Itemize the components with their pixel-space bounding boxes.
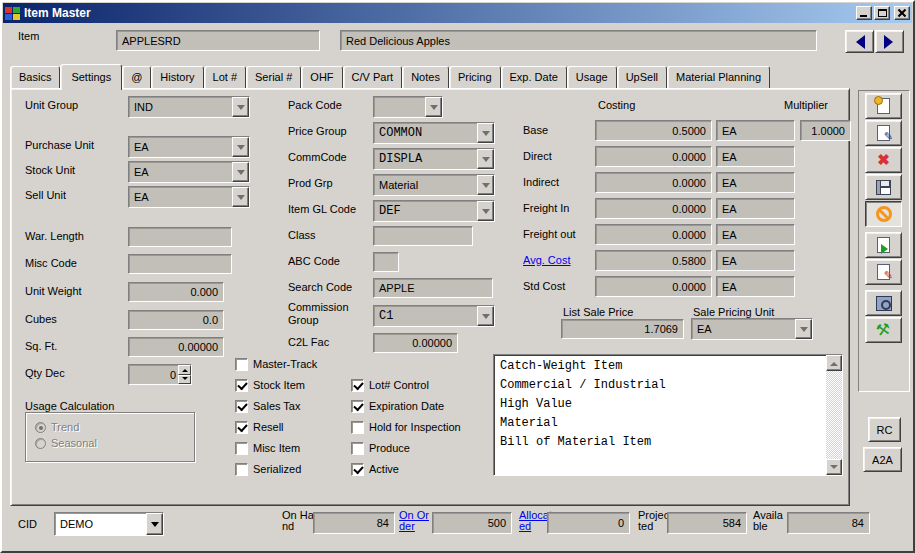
direct-cost-field[interactable]: 0.0000 xyxy=(595,146,712,167)
chevron-down-icon[interactable] xyxy=(477,201,494,221)
scroll-down-icon[interactable] xyxy=(826,459,842,475)
copy-record-button[interactable] xyxy=(865,232,902,258)
checkbox-master-track[interactable]: Master-Track xyxy=(235,358,317,371)
cid-select[interactable]: DEMO xyxy=(54,512,164,536)
scrollbar[interactable] xyxy=(826,355,842,475)
tab-ohf[interactable]: OHF xyxy=(301,66,342,89)
available-field[interactable]: 84 xyxy=(787,512,870,534)
on-hand-field[interactable]: 84 xyxy=(313,512,395,534)
projected-field[interactable]: 584 xyxy=(667,512,747,534)
delete-record-button[interactable]: ✖ xyxy=(865,147,902,173)
class-field[interactable] xyxy=(373,226,473,246)
edit-record-button[interactable]: ✎ xyxy=(865,120,902,146)
tab-history[interactable]: History xyxy=(151,66,203,89)
tab-pricing[interactable]: Pricing xyxy=(449,66,501,89)
base-cost-field[interactable]: 0.5000 xyxy=(595,120,712,141)
checkbox-serialized[interactable]: Serialized xyxy=(235,463,301,476)
chevron-down-icon[interactable] xyxy=(477,306,494,326)
minimize-button[interactable] xyxy=(856,6,872,20)
on-order-field[interactable]: 500 xyxy=(432,512,512,534)
c2l-fac-field[interactable]: 0.00000 xyxy=(373,333,458,353)
item-gl-code-select[interactable]: DEF xyxy=(373,200,495,222)
list-item[interactable]: Catch-Weight Item xyxy=(494,357,826,376)
indirect-cost-unit-field[interactable]: EA xyxy=(716,172,795,193)
vault-button[interactable] xyxy=(865,290,902,316)
indirect-cost-field[interactable]: 0.0000 xyxy=(595,172,712,193)
item-description-field[interactable]: Red Delicious Apples xyxy=(340,30,817,51)
item-code-field[interactable]: APPLESRD xyxy=(116,30,320,51)
title-bar[interactable]: Item Master xyxy=(3,3,912,23)
tab-lot[interactable]: Lot # xyxy=(204,66,246,89)
list-item[interactable]: High Value xyxy=(494,395,826,414)
radio-trend[interactable]: Trend xyxy=(35,421,194,433)
direct-cost-unit-field[interactable]: EA xyxy=(716,146,795,167)
scroll-up-icon[interactable] xyxy=(826,355,842,371)
maximize-button[interactable] xyxy=(874,6,890,20)
chevron-down-icon[interactable] xyxy=(477,123,494,143)
tab-basics[interactable]: Basics xyxy=(10,66,60,89)
misc-code-field[interactable] xyxy=(128,254,232,274)
build-button[interactable]: ⚒ xyxy=(865,317,902,343)
search-code-field[interactable]: APPLE xyxy=(373,278,493,298)
spinner-down-icon[interactable] xyxy=(178,375,191,385)
commcode-select[interactable]: DISPLA xyxy=(373,148,495,170)
cancel-record-button[interactable] xyxy=(865,201,902,227)
cubes-field[interactable]: 0.0 xyxy=(128,310,224,330)
item-attributes-listbox[interactable]: Catch-Weight Item Commercial / Industria… xyxy=(493,354,843,476)
avg-cost-field[interactable]: 0.5800 xyxy=(595,250,712,271)
on-order-link[interactable]: On Order xyxy=(399,510,433,532)
next-item-button[interactable] xyxy=(875,30,904,53)
list-item[interactable]: Bill of Material Item xyxy=(494,433,826,452)
chevron-down-icon[interactable] xyxy=(795,319,812,339)
chevron-down-icon[interactable] xyxy=(232,162,249,182)
chevron-down-icon[interactable] xyxy=(232,97,249,117)
qty-dec-stepper[interactable]: 0 xyxy=(128,364,192,385)
checkbox-hold-for-inspection[interactable]: Hold for Inspection xyxy=(351,421,461,434)
war-length-field[interactable] xyxy=(128,227,232,247)
checkbox-sales-tax[interactable]: Sales Tax xyxy=(235,400,301,413)
freight-in-unit-field[interactable]: EA xyxy=(716,198,795,219)
stock-unit-select[interactable]: EA xyxy=(128,161,250,183)
tab-at[interactable]: @ xyxy=(122,66,151,89)
checkbox-misc-item[interactable]: Misc Item xyxy=(235,442,300,455)
freight-out-unit-field[interactable]: EA xyxy=(716,224,795,245)
checkbox-produce[interactable]: Produce xyxy=(351,442,410,455)
a2a-button[interactable]: A2A xyxy=(863,447,902,472)
freight-out-field[interactable]: 0.0000 xyxy=(595,224,712,245)
new-record-button[interactable] xyxy=(865,93,902,119)
list-item[interactable]: Material xyxy=(494,414,826,433)
radio-seasonal[interactable]: Seasonal xyxy=(35,437,194,449)
checkbox-resell[interactable]: Resell xyxy=(235,421,284,434)
std-cost-field[interactable]: 0.0000 xyxy=(595,276,712,297)
tab-usage[interactable]: Usage xyxy=(567,66,617,89)
abc-code-field[interactable] xyxy=(373,252,399,272)
save-record-button[interactable] xyxy=(865,174,902,200)
checkbox-expiration-date[interactable]: Expiration Date xyxy=(351,400,444,413)
checkbox-stock-item[interactable]: Stock Item xyxy=(235,379,305,392)
freight-in-field[interactable]: 0.0000 xyxy=(595,198,712,219)
sale-pricing-unit-select[interactable]: EA xyxy=(691,318,813,340)
chevron-down-icon[interactable] xyxy=(477,149,494,169)
tab-settings[interactable]: Settings xyxy=(60,64,122,90)
std-cost-unit-field[interactable]: EA xyxy=(716,276,795,297)
avg-cost-unit-field[interactable]: EA xyxy=(716,250,795,271)
chevron-down-icon[interactable] xyxy=(232,187,249,207)
chevron-down-icon[interactable] xyxy=(477,175,494,195)
prod-grp-select[interactable]: Material xyxy=(373,174,495,196)
tab-notes[interactable]: Notes xyxy=(402,66,449,89)
spinner-up-icon[interactable] xyxy=(178,365,191,375)
allocated-field[interactable]: 0 xyxy=(547,512,630,534)
write-note-button[interactable]: ✎ xyxy=(865,259,902,285)
multiplier-field[interactable]: 1.0000 xyxy=(800,120,851,141)
previous-item-button[interactable] xyxy=(845,30,874,53)
tab-material-planning[interactable]: Material Planning xyxy=(667,66,770,89)
tab-exp-date[interactable]: Exp. Date xyxy=(501,66,567,89)
purchase-unit-select[interactable]: EA xyxy=(128,136,250,158)
tab-cv-part[interactable]: C/V Part xyxy=(343,66,403,89)
close-button[interactable] xyxy=(894,6,910,20)
list-sale-price-field[interactable]: 1.7069 xyxy=(561,319,684,339)
chevron-down-icon[interactable] xyxy=(425,97,442,117)
pack-code-select[interactable] xyxy=(373,96,443,118)
chevron-down-icon[interactable] xyxy=(232,137,249,157)
chevron-down-icon[interactable] xyxy=(146,513,163,535)
